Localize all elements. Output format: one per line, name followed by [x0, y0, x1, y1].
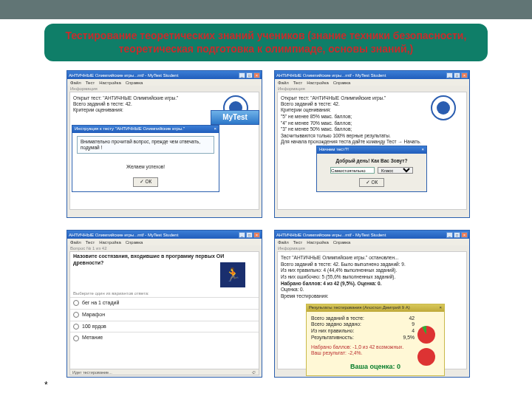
min-button[interactable]: _ — [239, 72, 245, 78]
org-logo-icon — [431, 95, 456, 120]
menu-test[interactable]: Тест — [86, 81, 95, 85]
titlebar[interactable]: АНТИЧНЫЕ Олимпийские игры...mtf - MyTest… — [67, 231, 262, 239]
criteria-3: "3" не менее 50% макс. баллов; — [281, 126, 463, 132]
radio-1[interactable] — [73, 300, 79, 306]
ok-button[interactable]: ✓ ОК — [133, 177, 159, 186]
menu-file[interactable]: Файл — [70, 240, 81, 245]
instruction-text-1: Внимательно прочитай вопрос, прежде чем … — [77, 136, 214, 154]
close-button[interactable]: × — [253, 72, 260, 78]
pie-chart-1-icon — [417, 326, 435, 344]
r3v: 4 — [412, 328, 415, 334]
option-4[interactable]: Метание — [70, 332, 259, 344]
status-text: Идет тестирование... — [72, 370, 112, 375]
max-button[interactable]: □ — [454, 232, 460, 238]
titlebar[interactable]: АНТИЧНЫЕ Олимпийские игры...mtf - MyTest… — [275, 231, 469, 239]
window-title: АНТИЧНЫЕ Олимпийские игры...mtf - MyTest… — [69, 233, 239, 237]
instruction-close-icon[interactable]: × — [214, 126, 216, 132]
menu-file[interactable]: Файл — [278, 240, 289, 245]
res-l7: Время тестирования: — [281, 293, 463, 299]
question-pane: Назовите состязания, входившие в програм… — [69, 251, 259, 369]
titlebar[interactable]: АНТИЧНЫЕ Олимпийские игры...mtf - MyTest… — [67, 71, 262, 79]
statusbar: Идет тестирование... ⏱ — [69, 369, 259, 375]
name-prompt: Добрый день! Как Вас Зовут? — [321, 158, 422, 164]
menu-file[interactable]: Файл — [70, 81, 81, 85]
max-button[interactable]: □ — [246, 72, 253, 78]
info-label: Информация — [275, 245, 469, 251]
min-button[interactable]: _ — [239, 232, 245, 238]
res-l4: Из них ошибочно: 5 (55,6% выполненных за… — [281, 274, 463, 280]
menu-settings[interactable]: Настройка — [307, 240, 329, 245]
criteria-note: Засчитываются только 100% верные результ… — [281, 133, 463, 139]
name-dialog-close-icon[interactable]: × — [421, 147, 424, 153]
r2v: 9 — [412, 321, 415, 327]
class-select[interactable]: Класс — [378, 167, 413, 174]
results-pane: Тест "АНТИЧНЫЕ Олимпийские игры." остано… — [277, 251, 467, 369]
max-button[interactable]: □ — [454, 72, 460, 78]
titlebar[interactable]: АНТИЧНЫЕ Олимпийские игры...mtf - MyTest… — [275, 71, 469, 79]
header-band — [0, 0, 532, 22]
info-label: Информация — [67, 86, 262, 92]
window-title: АНТИЧНЫЕ Олимпийские игры...mtf - MyTest… — [276, 73, 446, 78]
menu-settings[interactable]: Настройка — [307, 81, 329, 85]
close-button[interactable]: × — [253, 232, 260, 238]
option-3[interactable]: 100 ярдов — [70, 321, 259, 332]
option-2[interactable]: Марафон — [70, 309, 259, 321]
name-dialog: Начнем тест?! × Добрый день! Как Вас Зов… — [316, 146, 427, 192]
menubar: Файл Тест Настройка Справка — [67, 79, 262, 86]
screenshot-grid: АНТИЧНЫЕ Олимпийские игры...mtf - MyTest… — [0, 61, 532, 378]
results-dialog-title: Результаты тестирования (Апостол Дмитрий… — [309, 305, 410, 311]
menu-settings[interactable]: Настройка — [99, 240, 121, 245]
results-close-icon[interactable]: × — [439, 305, 442, 311]
option-1[interactable]: бег на 1 стадий — [70, 297, 259, 309]
close-button[interactable]: × — [461, 72, 468, 78]
res-l2: Всего заданий в тесте: 42. Было выполнен… — [281, 262, 463, 267]
menubar: Файл Тест Настройка Справка — [275, 79, 469, 86]
info-label: Информация — [275, 86, 469, 92]
res-l3: Из них правильно: 4 (44,4% выполненных з… — [281, 267, 463, 273]
name-dialog-title: Начнем тест?! — [319, 147, 349, 153]
min-button[interactable]: _ — [446, 72, 453, 78]
menu-test[interactable]: Тест — [86, 240, 95, 245]
r1v: 42 — [409, 316, 415, 321]
r3l: Из них правильно: — [311, 328, 354, 334]
radio-2[interactable] — [73, 312, 79, 318]
menu-settings[interactable]: Настройка — [99, 81, 121, 85]
res-l6: Оценка: 0. — [281, 287, 463, 293]
close-button[interactable]: × — [461, 232, 468, 238]
option-4-label: Метание — [82, 335, 103, 341]
r1l: Всего заданий в тесте: — [311, 316, 364, 321]
runner-icon: 🏃 — [220, 262, 245, 287]
name-input[interactable] — [330, 167, 375, 174]
menu-file[interactable]: Файл — [278, 81, 289, 85]
window-title: АНТИЧНЫЕ Олимпийские игры...mtf - MyTest… — [69, 73, 239, 78]
pie-chart-2-icon — [417, 348, 435, 366]
menu-test[interactable]: Тест — [293, 240, 302, 245]
menu-help[interactable]: Справка — [126, 240, 143, 245]
r2l: Всего задано задано: — [311, 321, 361, 327]
menu-help[interactable]: Справка — [126, 81, 143, 85]
radio-4[interactable] — [73, 335, 79, 341]
info-pane: Открыт тест: "АНТИЧНЫЕ Олимпийские игры.… — [277, 92, 467, 210]
start-hint: Для начала прохождения теста дайте коман… — [281, 139, 463, 145]
menubar: Файл Тест Настройка Справка — [275, 239, 469, 245]
res-l5: Набрано баллов: 4 из 42 (9,5%). Оценка: … — [281, 281, 463, 287]
slide-title: Тестирование теоретических знаний ученик… — [44, 24, 488, 61]
menu-help[interactable]: Справка — [333, 81, 351, 85]
window-title: АНТИЧНЫЕ Олимпийские игры...mtf - MyTest… — [276, 233, 446, 237]
window-question: АНТИЧНЫЕ Олимпийские игры...mtf - MyTest… — [66, 230, 262, 378]
max-button[interactable]: □ — [246, 232, 253, 238]
menu-help[interactable]: Справка — [333, 240, 351, 245]
min-button[interactable]: _ — [446, 232, 453, 238]
mytest-banner: MyTest — [211, 110, 259, 125]
window-intro: АНТИЧНЫЕ Олимпийские игры...mtf - MyTest… — [66, 70, 262, 218]
ok-button[interactable]: ✓ ОК — [359, 178, 385, 187]
footnote-star: * — [44, 380, 48, 390]
r4v: 9,5% — [403, 335, 415, 341]
res-l1: Тест "АНТИЧНЫЕ Олимпийские игры." остано… — [281, 255, 463, 261]
answers-label: Выберите один из вариантов ответа: — [70, 290, 259, 298]
menu-test[interactable]: Тест — [293, 81, 302, 85]
criteria-4: "4" не менее 70% макс. баллов; — [281, 120, 463, 126]
window-results: АНТИЧНЫЕ Олимпийские игры...mtf - MyTest… — [274, 230, 470, 378]
radio-3[interactable] — [73, 324, 79, 330]
instruction-title: Инструкция к тесту "АНТИЧНЫЕ Олимпийские… — [75, 126, 185, 132]
